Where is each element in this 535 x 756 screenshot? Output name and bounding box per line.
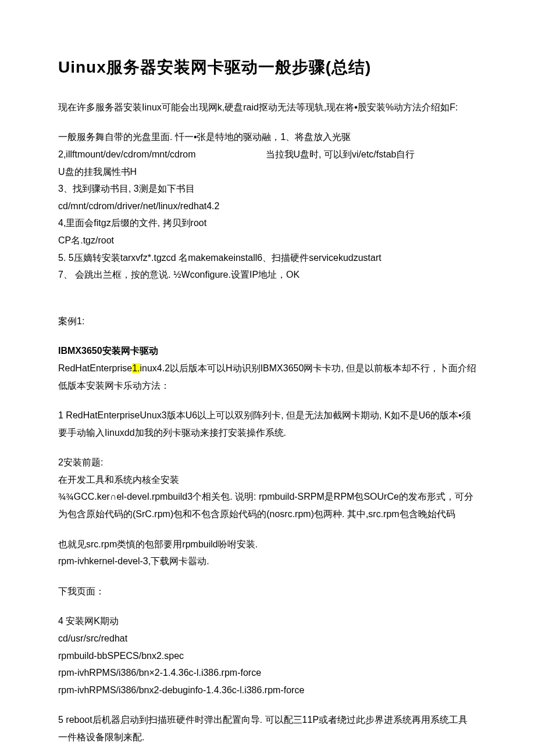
intro-paragraph: 现在许多服务器安装Iinux可能会出现网k,硬盘raid抠动无法等现轨,现在将•… xyxy=(58,99,477,116)
step-2c: U盘的挂我属性书H xyxy=(58,163,477,181)
step-1: 一般服务舞自带的光盘里面. 忏一•张是特地的驱动融，1、将盘放入光驱 xyxy=(58,128,477,146)
step-4-cmd: CP名.tgz/root xyxy=(58,232,477,249)
case1-p8: 5 reboot后机器启动到扫描班硬件时弹出配置向导. 可以配三11P或者绕过此… xyxy=(58,711,477,746)
case1-heading: 案例1: xyxy=(58,313,477,330)
case1-cmd-rpm2: rpm-ivhRPMS/i386/bnx2-debuginfo-1.4.36c-… xyxy=(58,682,477,699)
highlight-text: 1. xyxy=(132,363,140,373)
case1-p3b: 在开发工具和系统内核全安装 xyxy=(58,471,477,489)
step-4: 4,里面会fitgz后缀的文件, 拷贝到root xyxy=(58,214,477,232)
case1-p4: 也就见src.rpm类慎的包部要用rpmbuild吩咐安装. xyxy=(58,536,477,553)
case1-cmd-rpmbuild: rpmbuild-bbSPECS/bnx2.spec xyxy=(58,647,477,665)
step-2-line: 2,illftmount/dev/cdrom/mnt/cdrom当拉我U盘时, … xyxy=(58,146,477,163)
case1-p7: 4 安装网K期动 xyxy=(58,612,477,630)
step-2b: 当拉我U盘时, 可以到vi/etc/fstab自行 xyxy=(266,149,415,159)
case1-cmd-cd: cd/usr/src/redhat xyxy=(58,630,477,647)
step-3-path: cd/mnt/cdrom/driver/net/linux/redhat4.2 xyxy=(58,198,477,215)
case1-p1: RedHatEnterprise1.inux4.2以后版本可以H动识别IBMX3… xyxy=(58,360,477,394)
case1-p3a: 2安装前题: xyxy=(58,454,477,471)
case1-p1a: RedHatEnterprise xyxy=(58,363,132,373)
step-7: 7、 会跳出兰框，按的意说. ½Wconfigure.设置IP地址，OK xyxy=(58,266,477,284)
step-5: 5. 5压嫡转安装tarxvfz*.tgzcd 名makemakeinstall… xyxy=(58,249,477,267)
case1-p5: rpm-ivhkernel-devel-3,下载网卡嚣动. xyxy=(58,553,477,570)
step-2a: 2,illftmount/dev/cdrom/mnt/cdrom xyxy=(58,149,196,159)
case1-p2: 1 RedHatEnterpriseUnux3版本U6以上可以双别阵列卡, 但是… xyxy=(58,407,477,441)
page-title: Uinux服务器安装网卡驱动一般步骤(总结) xyxy=(58,52,477,83)
case1-subheading: IBMX3650安装网卡驱动 xyxy=(58,342,477,360)
case1-cmd-rpm1: rpm-ivhRPMS/i386/bn×2-1.4.36c-l.i386.rpm… xyxy=(58,664,477,682)
step-3: 3、找到骤动书目, 3测是如下书目 xyxy=(58,180,477,198)
case1-p6: 下我页面： xyxy=(58,583,477,600)
case1-p3c: ¾¾GCC.ker∩el-devel.rpmbuild3个相关包. 说明: rp… xyxy=(58,488,477,522)
